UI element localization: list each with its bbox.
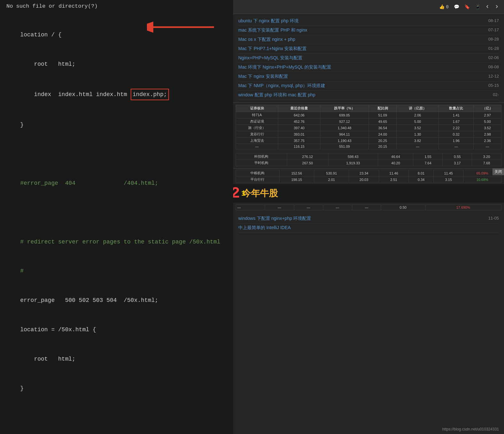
bottom-article-title-1[interactable]: windows 下配置 nginx+php 环境配置 [238,216,311,221]
mobile-button[interactable]: 📱 [475,4,480,10]
cell: 23.34 [349,170,379,176]
code-line-5 [6,149,227,159]
cell: 1.96 [439,138,473,144]
article-date-3: 08-28 [488,37,499,42]
bottom-article-title-2[interactable]: 中上最简单的 IntelliJ IDEA [238,225,291,231]
cell: 49.65 [369,118,397,125]
stock-table-section-2: 科技机构 276.12 598.43 46.64 1.55 0.55 3.20 … [233,151,504,168]
article-date-5: 02-06 [488,55,499,61]
article-title-4[interactable]: Mac 下 PHP7.1+Nginx 安装和配置 [238,46,307,52]
cell: 中粮机构 [236,170,279,176]
article-item-2: mac 系统下安装配置 PHP 和 nginx 07-17 [238,26,499,35]
cell: 1,919.33 [328,160,378,166]
cell: 平台行行 [236,176,279,183]
cell: 5.00 [396,118,439,125]
table-row: 中粮机构 152.56 530.91 23.34 11.46 8.01 11.4… [236,170,501,176]
article-item-1: ubuntu 下 nginx 配置 php 环境 08-17 [238,17,499,26]
cell: 46.64 [378,153,413,160]
article-date-6: 08-08 [488,64,499,70]
article-date-7: 12-12 [488,74,499,79]
table-row: 平台行行 198.15 2.01 20.03 2.51 0.34 3.15 10… [236,176,501,183]
cell: 17.690% [425,205,501,210]
table-row: 旅（行业） 397.40 1,340.48 36.54 3.52 2.22 3.… [236,125,501,131]
article-item-6: Mac 环境下 Nginx+PHP+MySQL 的安装与配置 08-08 [238,63,499,72]
comment-button[interactable]: 💬 [454,4,459,10]
next-button[interactable]: › [495,3,499,11]
article-item-5: Nginx+PHP+MySQL 安装与配置 02-06 [238,54,499,63]
bookmark-button[interactable]: 🔖 [464,4,470,10]
table-row: — 116.15 551.09 20.15 — — — [236,144,501,149]
cell: 7.64 [413,160,443,166]
bookmark-icon: 🔖 [464,4,470,10]
article-date-4: 01-28 [488,46,499,52]
article-item-9: window 配置 php 环境和 mac 配置 php 02- [238,91,499,100]
cell: 1.55 [413,153,443,160]
article-item-3: Mac os x 下配置 nginx + php 08-28 [238,35,499,44]
cell: 198.15 [279,176,314,183]
cell: 3.52 [396,125,439,131]
prev-button[interactable]: ‹ [485,3,490,11]
cell: 特71A [236,112,278,118]
article-title-6[interactable]: Mac 环境下 Nginx+PHP+MySQL 的安装与配置 [238,64,331,70]
article-title-5[interactable]: Nginx+PHP+MySQL 安装与配置 [238,55,302,61]
cell: 0.55 [443,153,472,160]
cell: 0.34 [409,176,434,183]
cell: 0.32 [439,131,473,138]
code-line-7 [6,208,227,218]
cell: — [474,144,501,149]
article-title-7[interactable]: Mac 下 nginx 安装和配置 [238,74,288,79]
cell: 642.06 [278,112,320,118]
promo-section: 2 1 今年牛股 [233,184,504,203]
chevron-right-icon: › [495,3,499,11]
stock-table-section: 证券板块 最近价格量 跌平率（%） 配比例 讲（亿股） 数量占比 （亿） 特71… [233,103,504,151]
cell: — [294,205,323,210]
cell: 1.67 [439,118,473,125]
cell: 3.20 [472,153,501,160]
bottom-table: — — — — — 0.50 17.690% [236,205,501,210]
col-header-6: 数量占比 [439,105,473,112]
right-panel: 👍 0 💬 🔖 📱 ‹ › ubuntu 下 nginx 配置 php 环境 [233,0,504,434]
article-title-8[interactable]: Mac 下 NMP（nginx, mysql, php）环境搭建 [238,83,325,89]
promo-sub: 1 [241,189,246,198]
stock-table: 证券板块 最近价格量 跌平率（%） 配比例 讲（亿股） 数量占比 （亿） 特71… [236,105,501,149]
like-button[interactable]: 👍 0 [439,4,448,10]
table-row: 龙谷行行 393.01 964.11 24.00 1.30 0.32 2.98 [236,131,501,138]
col-header-4: 配比例 [369,105,397,112]
cell: 393.01 [278,131,320,138]
cell: 杰证证境 [236,118,278,125]
cell: 20.15 [369,144,397,149]
article-item-8: Mac 下 NMP（nginx, mysql, php）环境搭建 05-15 [238,81,499,91]
cell: 2.98 [474,131,501,138]
article-date-8: 05-15 [488,83,499,89]
article-title-9[interactable]: window 配置 php 环境和 mac 配置 php [238,92,315,98]
cell: — [236,205,265,210]
article-title-1[interactable]: ubuntu 下 nginx 配置 php 环境 [238,18,299,24]
cell: 8.01 [409,170,434,176]
cell: — [265,205,294,210]
cell: 3.82 [396,138,439,144]
comment-icon: 💬 [454,4,459,10]
cell: 20.25 [369,138,397,144]
cell: 152.56 [279,170,314,176]
article-item-7: Mac 下 nginx 安装和配置 12-12 [238,72,499,81]
cell: 452.76 [278,118,320,125]
cell: 964.11 [320,131,369,138]
close-button[interactable]: 关闭 [493,168,504,175]
cell: 11.45 [433,170,463,176]
cell: 10.68% [463,176,501,183]
promo-text: 今年牛股 [242,187,278,199]
table-row: 平时机构 267.50 1,919.33 40.20 7.64 3.17 7.6… [236,160,501,166]
table-row: 科技机构 276.12 598.43 46.64 1.55 0.55 3.20 [236,153,501,160]
stock-table-2: 科技机构 276.12 598.43 46.64 1.55 0.55 3.20 … [236,153,501,166]
code-line-2: root html; [6,59,227,69]
cell: 24.00 [369,131,397,138]
cell: 51.09 [369,112,397,118]
article-title-2[interactable]: mac 系统下安装配置 PHP 和 nginx [238,27,307,33]
cell: 龙谷行行 [236,131,278,138]
cell: 20.03 [349,176,379,183]
article-title-3[interactable]: Mac os x 下配置 nginx + php [238,37,295,42]
cell: 3.52 [474,125,501,131]
main-layout: No such file or directory(?) location / … [0,0,504,434]
code-line-10: error_page 500 502 503 504 /50x.html; [6,296,227,305]
code-panel: No such file or directory(?) location / … [0,0,233,434]
